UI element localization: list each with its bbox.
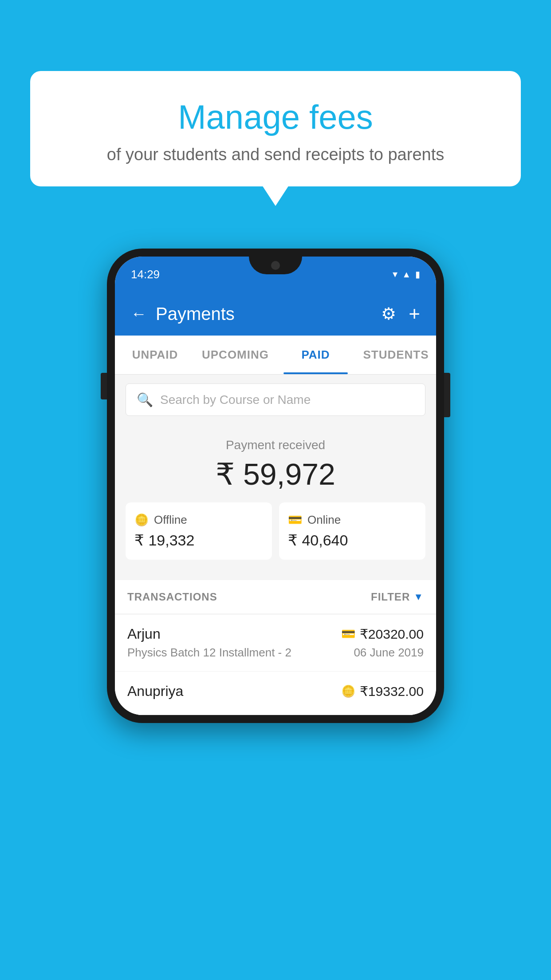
table-row[interactable]: Anupriya 🪙 ₹19332.00 — [115, 672, 436, 715]
search-bar[interactable]: 🔍 Search by Course or Name — [126, 383, 425, 416]
search-input[interactable]: Search by Course or Name — [160, 393, 311, 407]
phone-screen: 14:29 ▾ ▲ ▮ ← Payments ⚙ + — [115, 257, 436, 715]
transaction-row-bottom: Physics Batch 12 Installment - 2 06 June… — [127, 646, 424, 660]
transaction-row-top: Anupriya 🪙 ₹19332.00 — [127, 683, 424, 699]
transaction-detail: Physics Batch 12 Installment - 2 — [127, 646, 291, 660]
filter-icon: ▼ — [413, 591, 424, 603]
status-time: 14:29 — [131, 268, 160, 281]
offline-card: 🪙 Offline ₹ 19,332 — [126, 502, 272, 560]
payment-received-label: Payment received — [126, 438, 425, 452]
online-card-header: 💳 Online — [288, 513, 417, 527]
status-bar: 14:29 ▾ ▲ ▮ — [115, 257, 436, 292]
status-icons: ▾ ▲ ▮ — [393, 269, 420, 280]
speech-bubble-subtitle: of your students and send receipts to pa… — [52, 145, 499, 164]
app-header: ← Payments ⚙ + — [115, 292, 436, 336]
offline-amount: ₹ 19,332 — [134, 531, 263, 549]
speech-bubble: Manage fees of your students and send re… — [30, 71, 521, 186]
header-left: ← Payments — [131, 304, 235, 324]
transaction-amount-row: 🪙 ₹19332.00 — [341, 684, 424, 699]
header-title: Payments — [156, 304, 235, 324]
speech-bubble-container: Manage fees of your students and send re… — [30, 71, 521, 186]
battery-icon: ▮ — [415, 269, 420, 280]
transactions-label: TRANSACTIONS — [127, 591, 217, 603]
transactions-header: TRANSACTIONS FILTER ▼ — [115, 580, 436, 614]
payment-summary: Payment received ₹ 59,972 🪙 Offline ₹ 19… — [115, 425, 436, 573]
transaction-name: Anupriya — [127, 683, 183, 699]
payment-cards: 🪙 Offline ₹ 19,332 💳 Online ₹ 40,640 — [126, 502, 425, 560]
tab-paid[interactable]: PAID — [276, 336, 356, 374]
transaction-amount: ₹19332.00 — [360, 684, 424, 699]
online-amount: ₹ 40,640 — [288, 531, 417, 549]
offline-card-header: 🪙 Offline — [134, 513, 263, 527]
back-button[interactable]: ← — [131, 304, 147, 323]
speech-bubble-title: Manage fees — [52, 98, 499, 136]
settings-icon[interactable]: ⚙ — [381, 304, 396, 324]
signal-icon: ▲ — [402, 269, 411, 280]
cash-icon: 🪙 — [134, 513, 149, 527]
transaction-amount-row: 💳 ₹20320.00 — [341, 626, 424, 642]
card-icon: 💳 — [288, 513, 302, 527]
tabs-bar: UNPAID UPCOMING PAID STUDENTS — [115, 336, 436, 375]
filter-button[interactable]: FILTER ▼ — [371, 591, 424, 603]
header-right: ⚙ + — [381, 303, 420, 325]
tab-unpaid[interactable]: UNPAID — [115, 336, 195, 374]
transaction-row-top: Arjun 💳 ₹20320.00 — [127, 626, 424, 642]
search-icon: 🔍 — [137, 392, 153, 407]
notch-camera — [271, 261, 280, 270]
transaction-date: 06 June 2019 — [354, 646, 424, 660]
notch-cutout — [249, 257, 302, 274]
phone-outer: 14:29 ▾ ▲ ▮ ← Payments ⚙ + — [107, 249, 444, 723]
wifi-icon: ▾ — [393, 269, 398, 280]
filter-label: FILTER — [371, 591, 410, 603]
payment-type-icon: 💳 — [341, 627, 355, 641]
phone-mockup: 14:29 ▾ ▲ ▮ ← Payments ⚙ + — [107, 249, 444, 723]
add-icon[interactable]: + — [409, 303, 420, 325]
table-row[interactable]: Arjun 💳 ₹20320.00 Physics Batch 12 Insta… — [115, 614, 436, 672]
online-label: Online — [307, 513, 341, 527]
payment-total-amount: ₹ 59,972 — [126, 457, 425, 492]
tab-upcoming[interactable]: UPCOMING — [195, 336, 276, 374]
payment-type-icon: 🪙 — [341, 684, 355, 698]
tab-students[interactable]: STUDENTS — [356, 336, 436, 374]
offline-label: Offline — [154, 513, 187, 527]
search-container: 🔍 Search by Course or Name — [115, 375, 436, 425]
transaction-name: Arjun — [127, 626, 161, 642]
transaction-amount: ₹20320.00 — [360, 626, 424, 642]
online-card: 💳 Online ₹ 40,640 — [279, 502, 425, 560]
